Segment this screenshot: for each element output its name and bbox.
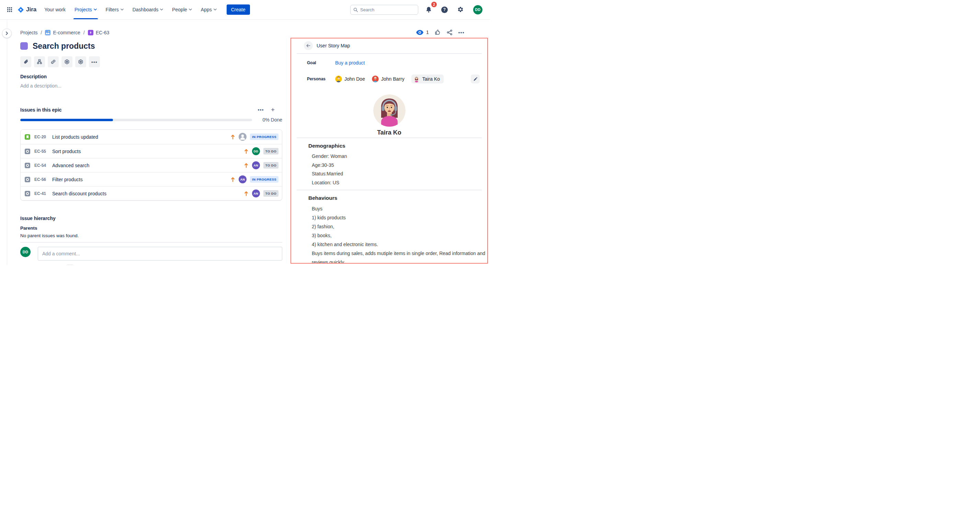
comment-protip: Pro tip: press M to comment — [38, 265, 282, 265]
share-icon — [447, 30, 453, 35]
nav-dashboards[interactable]: Dashboards — [128, 0, 168, 19]
edit-personas-button[interactable] — [471, 75, 480, 83]
notifications-button[interactable]: 2 — [423, 4, 434, 15]
issue-row[interactable]: EC-56 Filter products AN IN PROGRESS — [21, 172, 282, 186]
panel-divider — [297, 190, 482, 190]
unassigned-avatar[interactable] — [239, 133, 247, 141]
epic-issues-heading: Issues in this epic — [20, 107, 62, 113]
issue-row[interactable]: EC-55 Sort products DD TO DO — [21, 144, 282, 158]
progress-done-label: 0% Done — [252, 117, 282, 122]
expand-sidebar-button[interactable] — [2, 29, 12, 38]
parents-label: Parents — [20, 225, 282, 231]
assignee-avatar[interactable]: DD — [252, 147, 260, 155]
watchers-button[interactable]: 1 — [416, 30, 429, 35]
issue-summary: Search discount products — [52, 191, 107, 196]
paperclip-icon — [23, 59, 29, 65]
jira-logo[interactable]: Jira — [17, 6, 37, 13]
attach-button[interactable] — [20, 56, 31, 67]
epic-issues-more-button[interactable]: ••• — [258, 107, 264, 112]
issue-type-icon — [25, 177, 30, 182]
priority-high-icon — [231, 134, 235, 140]
epic-color-icon — [20, 42, 28, 50]
chevron-down-icon — [213, 9, 217, 11]
assignee-avatar[interactable]: AN — [239, 175, 247, 183]
share-button[interactable] — [447, 30, 453, 35]
add-to-epic-button[interactable] — [62, 56, 72, 67]
status-badge[interactable]: TO DO — [263, 148, 278, 154]
search-input[interactable] — [350, 5, 418, 15]
status-badge[interactable]: IN PROGRESS — [250, 176, 278, 182]
breadcrumb-project[interactable]: E-commerce — [45, 30, 80, 35]
nav-projects[interactable]: Projects — [70, 0, 101, 19]
goal-link[interactable]: Buy a product — [335, 60, 365, 65]
issue-row[interactable]: EC-20 List products updated IN PROGRESS — [21, 130, 282, 144]
breadcrumb-issue[interactable]: EC-63 — [88, 30, 110, 35]
epic-issue-list: EC-20 List products updated IN PROGRESS … — [20, 129, 282, 200]
status-badge[interactable]: IN PROGRESS — [250, 133, 278, 140]
page-title: Search products — [33, 41, 95, 51]
persona-john-barry[interactable]: John Barry — [372, 76, 404, 83]
nav-filters[interactable]: Filters — [101, 0, 128, 19]
jira-logo-text: Jira — [26, 6, 37, 13]
behaviour-item: 2) fashion, — [312, 222, 488, 231]
notification-count-badge: 2 — [431, 2, 437, 7]
behaviours-heading: Behaviours — [309, 195, 487, 201]
search-icon — [353, 7, 358, 13]
persona-portrait — [373, 94, 406, 127]
comment-input[interactable] — [38, 247, 282, 260]
more-toolbar-button[interactable]: ••• — [89, 56, 100, 67]
behaviours-list: Buys 1) kids products 2) fashion, 3) boo… — [312, 204, 488, 263]
bell-icon — [425, 6, 432, 13]
persona-john-doe[interactable]: John Doe — [335, 76, 365, 83]
section-divider — [20, 242, 282, 243]
help-icon: ? — [441, 6, 448, 13]
assignee-avatar[interactable]: AN — [252, 161, 260, 169]
issue-type-icon — [25, 191, 30, 196]
user-story-map-panel: User Story Map Goal Buy a product Person… — [291, 38, 488, 263]
top-navigation: Jira Your work Projects Filters Dashboar… — [0, 0, 490, 19]
status-badge[interactable]: TO DO — [263, 190, 278, 197]
issue-key: EC-55 — [34, 149, 49, 154]
nav-people[interactable]: People — [167, 0, 196, 19]
thumbs-up-icon — [435, 29, 441, 35]
panel-divider — [297, 53, 482, 54]
personas-label: Personas — [307, 76, 335, 81]
issue-row[interactable]: EC-54 Advanced search AN TO DO — [21, 158, 282, 172]
back-button[interactable] — [304, 41, 313, 50]
demographics-list: Gender: Woman Age:30-35 Status:Married L… — [312, 152, 488, 187]
persona-taira-ko[interactable]: Taira Ko — [411, 75, 444, 83]
epic-progress-fill — [20, 119, 113, 121]
no-parents-text: No parent issues was found. — [20, 233, 282, 238]
user-avatar-button[interactable]: DD — [471, 3, 485, 16]
demographic-item: Status:Married — [312, 170, 488, 178]
behaviour-item: 3) books, — [312, 231, 488, 240]
global-search — [350, 5, 418, 15]
add-to-sprint-button[interactable] — [75, 56, 86, 67]
app-switcher-button[interactable] — [5, 5, 14, 14]
breadcrumb-projects[interactable]: Projects — [20, 30, 38, 35]
behaviour-item: Buys items during sales, adds mutiple it… — [312, 249, 488, 263]
priority-high-icon — [244, 191, 248, 196]
more-actions-button[interactable]: ••• — [458, 30, 465, 35]
nav-your-work[interactable]: Your work — [40, 0, 70, 19]
jira-logo-icon — [17, 6, 24, 13]
hexagon-target-icon — [64, 59, 70, 65]
help-button[interactable]: ? — [439, 5, 450, 15]
persona-name: Taira Ko — [291, 129, 487, 136]
issue-row[interactable]: EC-41 Search discount products AN TO DO — [21, 186, 282, 200]
issue-type-icon — [25, 163, 30, 168]
app-switcher-icon — [7, 7, 12, 13]
create-button[interactable]: Create — [227, 5, 250, 15]
add-child-issue-button[interactable] — [34, 56, 45, 67]
link-issue-button[interactable] — [48, 56, 59, 67]
assignee-avatar[interactable]: AN — [252, 189, 260, 197]
status-badge[interactable]: TO DO — [263, 162, 278, 168]
settings-button[interactable] — [455, 4, 466, 15]
add-issue-button[interactable]: + — [271, 106, 275, 113]
like-button[interactable] — [435, 29, 441, 35]
page-body: 1 ••• Projects / — [0, 19, 490, 265]
watch-count: 1 — [426, 30, 429, 35]
description-placeholder[interactable]: Add a description... — [20, 83, 282, 89]
nav-apps[interactable]: Apps — [196, 0, 221, 19]
panel-header: User Story Map — [291, 38, 487, 50]
